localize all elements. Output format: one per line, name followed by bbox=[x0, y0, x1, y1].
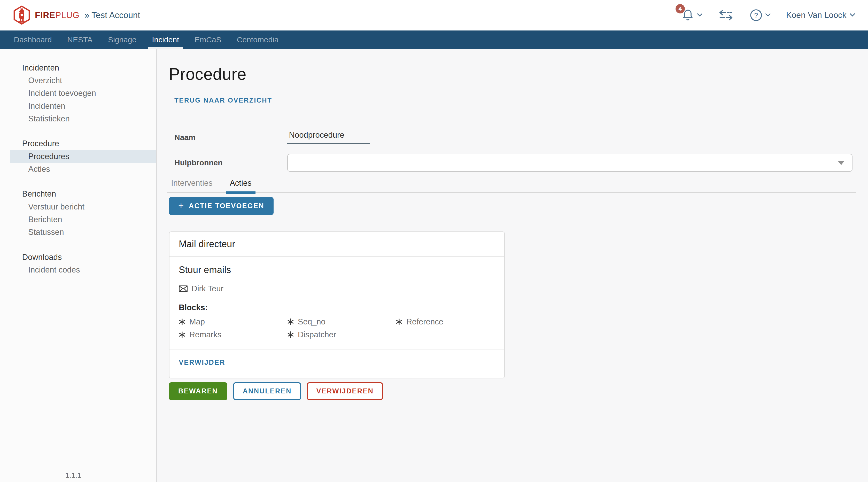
sidebar-section-title: Berichten bbox=[0, 188, 156, 200]
account-breadcrumb: » Test Account bbox=[85, 10, 140, 20]
chevron-down-icon bbox=[697, 13, 703, 17]
sidebar-section-procedure: Procedure Procedures Acties bbox=[0, 137, 156, 175]
help-menu[interactable]: ? bbox=[749, 8, 771, 22]
hulpbronnen-field-row: Hulpbronnen bbox=[175, 154, 868, 172]
brand[interactable]: FIREPLUG » Test Account bbox=[13, 5, 140, 25]
sidebar-section-title: Incidenten bbox=[0, 62, 156, 74]
user-name: Koen Van Loock bbox=[786, 10, 846, 20]
action-card-body: Stuur emails Dirk Teur Blocks: bbox=[169, 257, 504, 349]
block-asterisk-icon bbox=[396, 319, 402, 325]
user-menu[interactable]: Koen Van Loock bbox=[786, 10, 855, 20]
divider bbox=[163, 117, 868, 117]
nav-item-label: EmCaS bbox=[194, 35, 221, 44]
brand-name: FIREPLUG bbox=[35, 10, 80, 20]
help-icon: ? bbox=[749, 8, 763, 22]
block-item-remarks: Remarks bbox=[179, 329, 287, 341]
naam-field-row: Naam bbox=[175, 130, 868, 144]
add-action-button[interactable]: + ACTIE TOEVOEGEN bbox=[169, 197, 274, 215]
recipient-name: Dirk Teur bbox=[191, 283, 223, 295]
sidebar-item-verstuur-bericht[interactable]: Verstuur bericht bbox=[10, 200, 156, 213]
chevron-down-icon bbox=[765, 13, 771, 17]
block-label: Seq_no bbox=[298, 316, 326, 328]
back-to-overview-link[interactable]: TERUG NAAR OVERZICHT bbox=[175, 96, 272, 104]
header-actions: 4 bbox=[681, 8, 855, 23]
nav-item-label: Dashboard bbox=[14, 35, 52, 44]
delete-button[interactable]: VERWIJDEREN bbox=[307, 382, 383, 400]
main-content: Procedure TERUG NAAR OVERZICHT Naam Hulp… bbox=[157, 49, 868, 482]
nav-item-emcas[interactable]: EmCaS bbox=[187, 30, 229, 49]
sidebar-item-incident-toevoegen[interactable]: Incident toevoegen bbox=[10, 87, 156, 99]
brand-fire: FIRE bbox=[35, 10, 55, 20]
sidebar-item-incidenten[interactable]: Incidenten bbox=[10, 100, 156, 113]
tab-label: Acties bbox=[230, 179, 252, 188]
remove-action-link[interactable]: VERWIJDER bbox=[179, 359, 225, 366]
chevron-down-icon bbox=[850, 13, 855, 17]
sidebar-section-berichten: Berichten Verstuur bericht Berichten Sta… bbox=[0, 188, 156, 238]
cancel-button[interactable]: ANNULEREN bbox=[233, 382, 301, 400]
tab-label: Interventies bbox=[171, 179, 213, 188]
plus-icon: + bbox=[178, 201, 184, 211]
active-nav-indicator bbox=[148, 47, 183, 49]
action-card: Mail directeur Stuur emails Dirk T bbox=[169, 231, 505, 378]
nav-item-nesta[interactable]: NESTA bbox=[59, 30, 100, 49]
blocks-grid: Map Seq_no Reference Remarks bbox=[179, 316, 495, 341]
nav-item-incident[interactable]: Incident bbox=[144, 30, 187, 49]
block-asterisk-icon bbox=[287, 331, 294, 338]
nav-item-label: Centomedia bbox=[237, 35, 279, 44]
blocks-label: Blocks: bbox=[179, 301, 495, 314]
block-item-map: Map bbox=[179, 316, 287, 328]
save-button[interactable]: BEWAREN bbox=[169, 382, 227, 400]
recipient-row: Dirk Teur bbox=[179, 283, 495, 295]
sidebar-item-berichten[interactable]: Berichten bbox=[10, 213, 156, 226]
nav-item-dashboard[interactable]: Dashboard bbox=[6, 30, 60, 49]
hulpbronnen-label: Hulpbronnen bbox=[175, 158, 287, 167]
nav-item-signage[interactable]: Signage bbox=[100, 30, 144, 49]
envelope-icon bbox=[179, 285, 188, 292]
sidebar-item-procedures[interactable]: Procedures bbox=[10, 150, 156, 163]
hulpbronnen-select[interactable] bbox=[287, 154, 852, 172]
form-actions: BEWAREN ANNULEREN VERWIJDEREN bbox=[169, 382, 868, 400]
notifications-menu[interactable]: 4 bbox=[681, 8, 703, 23]
sidebar: Incidenten Overzicht Incident toevoegen … bbox=[0, 49, 157, 482]
sidebar-section-title: Downloads bbox=[0, 251, 156, 263]
sidebar-item-overzicht[interactable]: Overzicht bbox=[10, 74, 156, 87]
block-label: Reference bbox=[406, 316, 443, 328]
switch-context-button[interactable] bbox=[718, 9, 734, 21]
tab-interventies[interactable]: Interventies bbox=[167, 175, 216, 192]
block-label: Remarks bbox=[189, 329, 221, 341]
content-shell: Incidenten Overzicht Incident toevoegen … bbox=[0, 49, 868, 482]
nav-item-centomedia[interactable]: Centomedia bbox=[229, 30, 286, 49]
block-label: Dispatcher bbox=[298, 329, 336, 341]
naam-input[interactable] bbox=[287, 130, 370, 144]
tab-acties[interactable]: Acties bbox=[226, 175, 255, 192]
sidebar-item-incident-codes[interactable]: Incident codes bbox=[10, 263, 156, 276]
sidebar-item-statussen[interactable]: Statussen bbox=[10, 226, 156, 238]
action-card-title: Mail directeur bbox=[169, 232, 504, 257]
detail-tabs: Interventies Acties bbox=[167, 175, 856, 193]
block-label: Map bbox=[189, 316, 205, 328]
app-version: 1.1.1 bbox=[65, 471, 82, 479]
nav-item-label: NESTA bbox=[67, 35, 92, 44]
page-title: Procedure bbox=[169, 64, 868, 84]
nav-item-label: Incident bbox=[152, 35, 179, 44]
active-tab-underline bbox=[226, 191, 255, 194]
sidebar-section-downloads: Downloads Incident codes bbox=[0, 251, 156, 277]
block-asterisk-icon bbox=[179, 331, 185, 338]
block-item-seq-no: Seq_no bbox=[287, 316, 396, 328]
fireplug-logo-icon bbox=[13, 5, 30, 25]
brand-plug: PLUG bbox=[55, 10, 80, 20]
top-header: FIREPLUG » Test Account 4 bbox=[0, 0, 868, 30]
app-root: FIREPLUG » Test Account 4 bbox=[0, 0, 868, 482]
nav-item-label: Signage bbox=[108, 35, 136, 44]
swap-arrows-icon bbox=[718, 9, 734, 21]
add-action-button-label: ACTIE TOEVOEGEN bbox=[189, 202, 264, 210]
sidebar-item-acties[interactable]: Acties bbox=[10, 163, 156, 175]
sidebar-section-incidenten: Incidenten Overzicht Incident toevoegen … bbox=[0, 62, 156, 125]
bell-icon: 4 bbox=[681, 8, 695, 23]
svg-text:?: ? bbox=[754, 11, 758, 20]
block-asterisk-icon bbox=[287, 319, 294, 325]
block-asterisk-icon bbox=[179, 319, 185, 325]
sidebar-item-statistieken[interactable]: Statistieken bbox=[10, 113, 156, 125]
naam-label: Naam bbox=[175, 133, 287, 142]
sidebar-section-title: Procedure bbox=[0, 137, 156, 150]
